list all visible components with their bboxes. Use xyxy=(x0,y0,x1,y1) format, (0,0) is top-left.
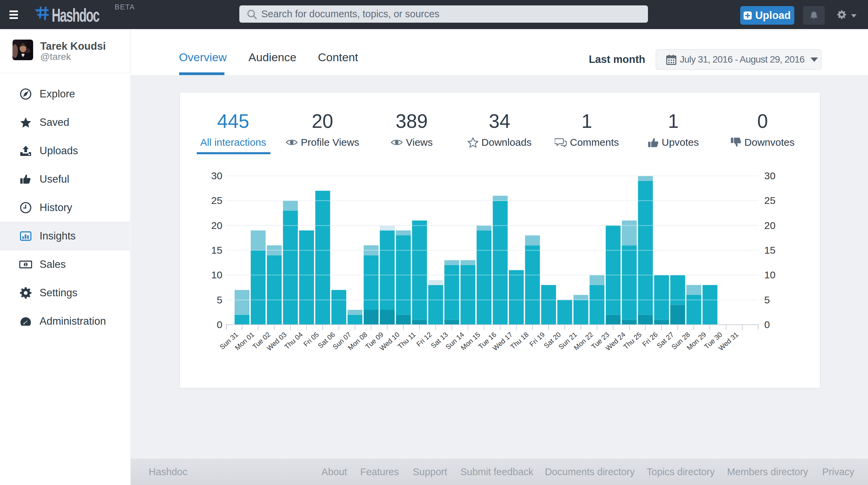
svg-text:10: 10 xyxy=(211,269,222,280)
svg-text:5: 5 xyxy=(764,294,770,305)
svg-text:Thu 11: Thu 11 xyxy=(396,330,417,350)
svg-text:5: 5 xyxy=(217,294,222,305)
svg-text:15: 15 xyxy=(764,245,775,256)
svg-text:Thu 18: Thu 18 xyxy=(509,330,530,351)
svg-text:Thu 25: Thu 25 xyxy=(622,330,643,351)
svg-text:Thu 04: Thu 04 xyxy=(283,330,304,351)
svg-text:25: 25 xyxy=(211,195,222,206)
svg-text:1: 1 xyxy=(25,263,27,267)
svg-text:0: 0 xyxy=(764,319,770,330)
svg-text:0: 0 xyxy=(217,319,222,330)
svg-text:20: 20 xyxy=(764,220,775,231)
svg-text:15: 15 xyxy=(211,245,222,256)
svg-text:10: 10 xyxy=(764,269,775,280)
svg-text:20: 20 xyxy=(211,220,222,231)
svg-text:30: 30 xyxy=(764,170,775,181)
svg-text:25: 25 xyxy=(764,195,775,206)
svg-text:30: 30 xyxy=(211,170,222,181)
